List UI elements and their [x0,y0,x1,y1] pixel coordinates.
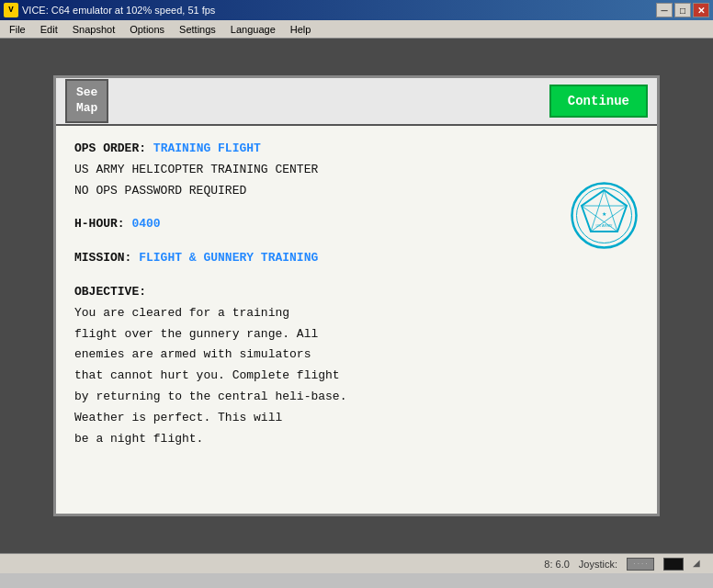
svg-text:US ARMY: US ARMY [595,223,612,228]
c64-screen: See Map Continue [53,75,660,516]
menu-file[interactable]: File [2,22,33,37]
h-hour-label: H-HOUR: [74,217,131,231]
objective-text-6: be a night flight. [74,430,639,449]
password-line: NO OPS PASSWORD REQUIRED [74,182,639,201]
h-hour-line: H-HOUR: 0400 [74,215,639,234]
minimize-button[interactable]: ─ [656,3,673,17]
maximize-button[interactable]: □ [674,3,691,17]
objective-text-3: that cannot hurt you. Complete flight [74,367,639,386]
emulator-area: See Map Continue [0,39,713,553]
top-buttons-bar: See Map Continue [56,78,657,124]
h-hour-value: 0400 [131,217,160,231]
title-text: VICE: C64 emulator at 102% speed, 51 fps [22,5,215,16]
army-text: US ARMY HELICOPTER TRAINING CENTER [74,163,318,176]
svg-text:★: ★ [602,211,606,217]
version-label: 8: 6.0 [544,559,570,570]
app-icon: V [4,3,18,17]
continue-button[interactable]: Continue [549,85,648,118]
menu-snapshot[interactable]: Snapshot [65,22,122,37]
mission-label: MISSION: [74,251,139,265]
menu-edit[interactable]: Edit [33,22,65,37]
see-map-button[interactable]: See Map [65,79,108,123]
mission-value: FLIGHT & GUNNERY TRAINING [139,251,318,265]
title-bar-left: V VICE: C64 emulator at 102% speed, 51 f… [4,3,215,17]
ops-order-label: OPS ORDER: [74,141,153,155]
objective-text-5: Weather is perfect. This will [74,409,639,428]
briefing-content: ★ US ARMY OPS ORDER: TRAINING FLIGHT US … [56,124,657,514]
close-button[interactable]: ✕ [693,3,709,17]
ops-order-line: OPS ORDER: TRAINING FLIGHT [74,140,639,159]
menu-language[interactable]: Language [223,22,283,37]
objective-text-4: by returning to the central heli-base. [74,388,639,407]
joystick-indicator: · · · · [627,558,654,571]
menu-settings[interactable]: Settings [172,22,223,37]
title-bar: V VICE: C64 emulator at 102% speed, 51 f… [0,0,713,20]
joystick-label: Joystick: [579,559,617,570]
status-bar: 8: 6.0 Joystick: · · · · ◢ [0,553,713,573]
mission-line: MISSION: FLIGHT & GUNNERY TRAINING [74,249,639,268]
ops-order-value: TRAINING FLIGHT [153,141,261,155]
army-line: US ARMY HELICOPTER TRAINING CENTER [74,161,639,180]
password-text: NO OPS PASSWORD REQUIRED [74,184,246,198]
spacer3 [74,270,639,283]
power-indicator [663,558,684,571]
spacer1 [74,202,639,215]
menu-options[interactable]: Options [122,22,172,37]
spacer2 [74,236,639,249]
objective-text-0: You are cleared for a training [74,304,639,323]
objective-label: OBJECTIVE: [74,285,146,299]
pentagon-emblem: ★ US ARMY [570,181,639,250]
menu-help[interactable]: Help [283,22,319,37]
window-controls: ─ □ ✕ [656,3,709,17]
resize-handle[interactable]: ◢ [693,558,706,571]
objective-text-2: enemies are armed with simulators [74,345,639,365]
objective-text-1: flight over the gunnery range. All [74,325,639,345]
menu-bar: File Edit Snapshot Options Settings Lang… [0,20,713,39]
objective-label-line: OBJECTIVE: [74,283,639,302]
